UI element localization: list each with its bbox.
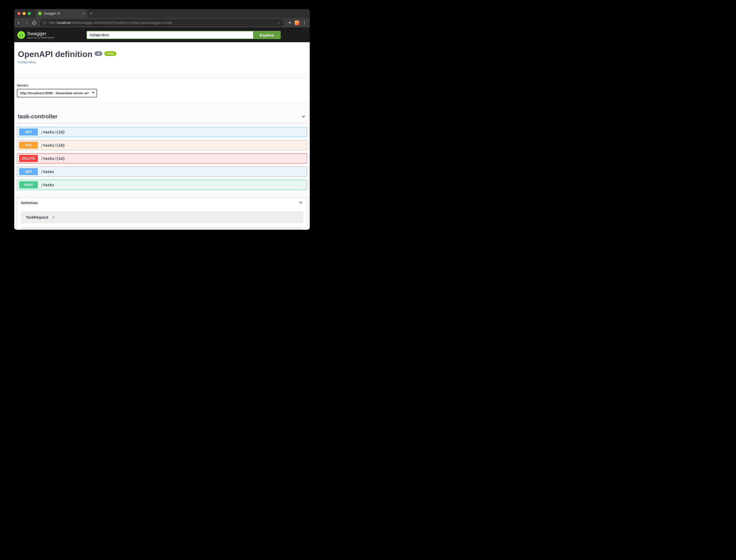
operation-path: /tasks: [41, 183, 54, 187]
maximize-window-button[interactable]: [28, 12, 31, 15]
browser-toolbar: i http://localhost:8080/swagger-ui/index…: [14, 18, 310, 28]
swagger-favicon-icon: { }: [38, 12, 42, 15]
schema-item[interactable]: ObjectId: [21, 227, 303, 230]
operation-row[interactable]: GET/tasks/{id}: [17, 127, 307, 137]
chevron-right-icon: [52, 215, 55, 220]
http-method-badge: GET: [19, 168, 38, 175]
window-titlebar: { } Swagger UI × +: [14, 9, 310, 18]
back-button[interactable]: [16, 21, 21, 25]
schema-name: TaskRequest: [26, 215, 48, 219]
swagger-topbar: { } Swagger supported by SMARTBEAR Explo…: [14, 28, 310, 42]
operation-path: /tasks/{id}: [41, 130, 65, 134]
tab-title: Swagger UI: [44, 12, 60, 15]
address-url: http://localhost:8080/swagger-ui/index.h…: [49, 21, 172, 25]
api-title: OpenAPI definition v0 OAS3: [18, 49, 306, 59]
browser-tab-active[interactable]: { } Swagger UI ×: [35, 9, 87, 18]
traffic-lights: [17, 12, 31, 15]
forward-button[interactable]: [24, 21, 29, 25]
schemas-header[interactable]: Schemas: [17, 197, 307, 208]
operation-row[interactable]: DELETE/tasks/{id}: [17, 153, 307, 163]
operation-path: /tasks: [41, 170, 54, 174]
api-title-text: OpenAPI definition: [18, 49, 92, 59]
site-info-icon[interactable]: i: [43, 21, 46, 25]
operation-list: GET/tasks/{id}PUT/tasks/{id}DELETE/tasks…: [17, 127, 307, 190]
version-badge: v0: [95, 51, 102, 56]
http-method-badge: PUT: [19, 142, 38, 149]
servers-label: Servers: [17, 84, 307, 87]
explore-button[interactable]: Explore: [253, 31, 281, 39]
http-method-badge: DELETE: [19, 155, 38, 162]
operation-path: /tasks/{id}: [41, 156, 65, 161]
swagger-logo[interactable]: { } Swagger supported by SMARTBEAR: [17, 31, 54, 39]
browser-window: { } Swagger UI × + i http://localhost:80…: [14, 9, 310, 230]
bookmark-star-icon[interactable]: ☆: [277, 20, 281, 25]
chevron-down-icon: [301, 114, 306, 119]
operation-row[interactable]: POST/tasks: [17, 180, 307, 190]
new-tab-button[interactable]: +: [87, 9, 95, 18]
tab-strip: { } Swagger UI × +: [35, 9, 95, 18]
http-method-badge: POST: [19, 181, 38, 188]
close-window-button[interactable]: [17, 12, 20, 15]
servers-section: Servers http://localhost:8080 - Generate…: [14, 78, 310, 103]
swagger-content: OpenAPI definition v0 OAS3 /v3/api-docs …: [14, 42, 310, 230]
explore-bar: Explore: [87, 31, 281, 39]
oas-badge: OAS3: [104, 51, 116, 56]
minimize-window-button[interactable]: [23, 12, 26, 15]
swagger-logo-icon: { }: [17, 31, 25, 39]
extensions-area: ✦: [287, 20, 308, 25]
tag-section: task-controller GET/tasks/{id}PUT/tasks/…: [14, 111, 310, 190]
browser-menu-button[interactable]: [303, 21, 306, 24]
extension-icon[interactable]: [295, 20, 300, 25]
swagger-logo-text: Swagger: [27, 31, 54, 37]
close-tab-button[interactable]: ×: [83, 12, 85, 15]
swagger-logo-subtext: supported by SMARTBEAR: [27, 37, 54, 39]
schema-items: TaskRequestObjectId: [17, 211, 307, 230]
servers-select[interactable]: http://localhost:8080 - Generated server…: [17, 89, 97, 97]
operation-row[interactable]: GET/tasks: [17, 167, 307, 177]
schemas-title: Schemas: [21, 200, 38, 205]
spec-url-input[interactable]: [87, 31, 253, 39]
tag-header[interactable]: task-controller: [17, 111, 307, 123]
tag-name: task-controller: [18, 113, 58, 120]
operation-path: /tasks/{id}: [41, 143, 65, 147]
spec-link[interactable]: /v3/api-docs: [18, 60, 36, 64]
schema-item[interactable]: TaskRequest: [21, 211, 303, 223]
operation-row[interactable]: PUT/tasks/{id}: [17, 140, 307, 150]
reload-button[interactable]: [32, 21, 37, 25]
http-method-badge: GET: [19, 128, 38, 135]
extensions-puzzle-icon[interactable]: ✦: [288, 20, 292, 25]
info-section: OpenAPI definition v0 OAS3 /v3/api-docs: [14, 42, 310, 74]
address-bar[interactable]: i http://localhost:8080/swagger-ui/index…: [40, 19, 284, 26]
schemas-section: Schemas TaskRequestObjectId: [17, 197, 307, 230]
chevron-down-icon: [298, 200, 303, 205]
